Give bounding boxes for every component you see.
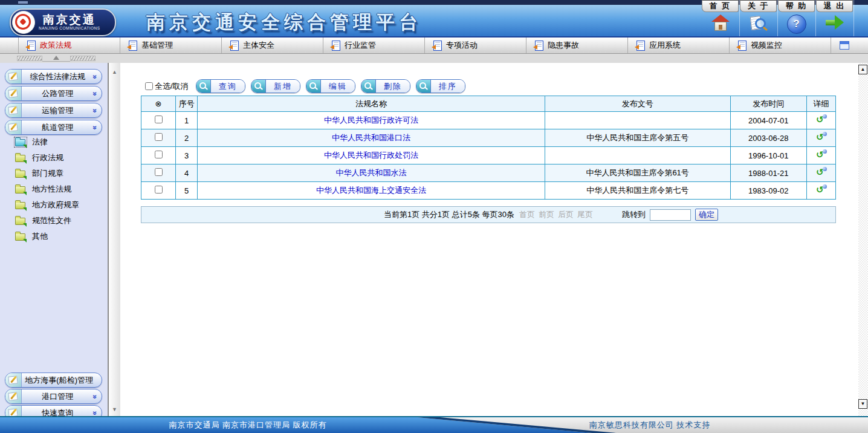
magnifier-icon (361, 80, 376, 93)
regulation-link[interactable]: 中华人民共和国水法 (335, 168, 406, 177)
nav-tab[interactable]: 隐患事故 (526, 37, 628, 53)
toolbar-button[interactable]: 删除 (361, 79, 410, 93)
select-column-header: ⊗ (141, 96, 176, 112)
row-checkbox[interactable] (155, 168, 163, 176)
row-checkbox[interactable] (155, 116, 163, 123)
nav-tab[interactable]: 行业监管 (323, 37, 425, 53)
folder-icon (15, 184, 27, 194)
folder-icon (15, 216, 27, 226)
logout-label[interactable]: 退 出 (816, 0, 853, 12)
date-column-header: 发布时间 (730, 96, 806, 112)
sidebar-submenu-item[interactable]: 地方政府规章 (0, 197, 108, 213)
sidebar-group-button[interactable]: 公路管理 (5, 86, 102, 101)
about-label[interactable]: 关 于 (740, 0, 777, 12)
sidebar-bottom-groups: 地方海事(船检)管理 港口管理 快速查询 (5, 373, 102, 422)
regulation-link[interactable]: 中华人民共和国海上交通安全法 (316, 186, 426, 195)
page-icon (129, 41, 137, 51)
notepad-icon (5, 389, 22, 403)
sidebar-submenu: 法律 行政法规 部门规章 地方性法规 地方政府规章 规范性文件 其他 (0, 134, 108, 244)
prev-page-link[interactable]: 前页 (539, 209, 554, 220)
row-checkbox[interactable] (155, 186, 163, 194)
table-row: 3 中华人民共和国行政处罚法 1996-10-01 (141, 147, 836, 164)
nav-tab[interactable]: 视频监控 (730, 37, 831, 53)
sidebar-group-button[interactable]: 港口管理 (5, 389, 102, 404)
regulations-table: ⊗ 序号 法规名称 发布文号 发布时间 详细 1 中华人民共和国行政许可法 20… (141, 96, 836, 200)
nav-help[interactable]: 帮 助 ? (777, 0, 816, 36)
sidebar-submenu-item[interactable]: 法律 (0, 134, 108, 150)
confirm-button[interactable]: 确定 (695, 209, 718, 221)
nav-logout[interactable]: 退 出 (815, 0, 854, 36)
scroll-up-button[interactable] (858, 65, 867, 74)
row-doc-no (545, 147, 730, 164)
about-icon[interactable] (750, 15, 768, 33)
sidebar-submenu-item[interactable]: 行政法规 (0, 150, 108, 166)
detail-icon[interactable] (816, 115, 826, 125)
collapse-arrow-icon[interactable] (42, 56, 70, 62)
nav-home[interactable]: 首 页 (701, 0, 740, 36)
docno-column-header: 发布文号 (545, 96, 730, 112)
scroll-up-icon[interactable] (109, 69, 120, 75)
regulation-link[interactable]: 中华人民共和国港口法 (332, 133, 410, 142)
chevron-down-icon (93, 123, 97, 132)
sidebar-submenu-item[interactable]: 地方性法规 (0, 181, 108, 197)
jump-to-label: 跳转到 (622, 209, 646, 220)
jump-page-input[interactable] (650, 209, 691, 221)
scroll-down-button[interactable] (858, 399, 867, 409)
help-label[interactable]: 帮 助 (778, 0, 815, 12)
module-tab-bar: 政策法规 基础管理 主体安全 行业监管 专项活动 隐患事故 应用系统 视频监控 (0, 37, 868, 54)
toolbar-button[interactable]: 编辑 (306, 79, 355, 93)
content-scrollbar[interactable] (858, 63, 868, 416)
sidebar-scrollbar[interactable] (108, 63, 120, 416)
regulation-link[interactable]: 中华人民共和国行政许可法 (324, 116, 418, 125)
table-row: 2 中华人民共和国港口法 中华人民共和国主席令第五号 2003-06-28 (141, 129, 836, 147)
nav-tab[interactable]: 政策法规 (19, 37, 120, 53)
sidebar-submenu-item[interactable]: 部门规章 (0, 166, 108, 181)
sidebar-submenu-item[interactable]: 规范性文件 (0, 213, 108, 229)
exit-icon[interactable] (824, 15, 845, 30)
regulation-link[interactable]: 中华人民共和国行政处罚法 (324, 151, 418, 160)
detail-icon[interactable] (816, 150, 826, 160)
folder-icon (15, 169, 27, 178)
page-icon (636, 41, 645, 51)
sidebar-group-button[interactable]: 航道管理 (5, 120, 102, 135)
scroll-down-icon[interactable] (109, 406, 120, 412)
footer: 南京市交通局 南京市港口管理局 版权所有 南京敏思科技有限公司 技术支持 (0, 416, 868, 433)
first-page-link[interactable]: 首页 (519, 209, 535, 220)
sidebar-group-button[interactable]: 综合性法律法规 (5, 69, 102, 84)
nav-about[interactable]: 关 于 (739, 0, 778, 36)
row-checkbox[interactable] (155, 151, 163, 158)
toolbar-button[interactable]: 排序 (416, 79, 465, 93)
quick-nav: 首 页 关 于 帮 助 ? 退 出 (693, 0, 868, 36)
sidebar-submenu-item[interactable]: 其他 (0, 229, 108, 244)
splitter-hatch-right[interactable] (70, 56, 96, 61)
main-region: 综合性法律法规 公路管理 运输管理 航道管理 法律 行政法规 部门规章 地方性法… (0, 63, 868, 416)
home-icon[interactable] (711, 15, 730, 31)
toolbar-button[interactable]: 查询 (196, 79, 245, 93)
toolbar-button[interactable]: 新增 (251, 79, 300, 93)
sidebar-group-button[interactable]: 运输管理 (5, 103, 102, 118)
page-icon (535, 41, 543, 51)
toolbar: 全选/取消 查询 新增 编辑 删除 排序 (145, 79, 465, 93)
pagination-summary: 当前第1页 共分1页 总计5条 每页30条 (384, 209, 514, 220)
detail-icon[interactable] (816, 132, 826, 142)
last-page-link[interactable]: 尾页 (577, 209, 593, 220)
sidebar-group-button[interactable]: 地方海事(船检)管理 (5, 373, 102, 388)
detail-icon[interactable] (816, 168, 826, 177)
home-label[interactable]: 首 页 (702, 0, 739, 12)
collapse-handle[interactable] (17, 56, 96, 61)
nav-tab[interactable]: 应用系统 (628, 37, 730, 53)
help-icon[interactable]: ? (787, 15, 806, 34)
window-restore-icon[interactable] (840, 41, 849, 50)
nav-tab[interactable]: 主体安全 (222, 37, 323, 53)
chevron-down-icon (93, 392, 97, 401)
splitter-hatch-left[interactable] (17, 56, 42, 61)
next-page-link[interactable]: 后页 (558, 209, 574, 220)
detail-icon[interactable] (816, 185, 826, 195)
nav-tab[interactable]: 专项活动 (425, 37, 526, 53)
page-icon (433, 41, 442, 51)
nav-tab[interactable]: 基础管理 (120, 37, 222, 53)
logo-emblem-icon (12, 11, 35, 34)
row-checkbox[interactable] (155, 133, 163, 141)
select-all-checkbox[interactable] (145, 82, 153, 90)
chevron-down-icon (93, 106, 97, 115)
